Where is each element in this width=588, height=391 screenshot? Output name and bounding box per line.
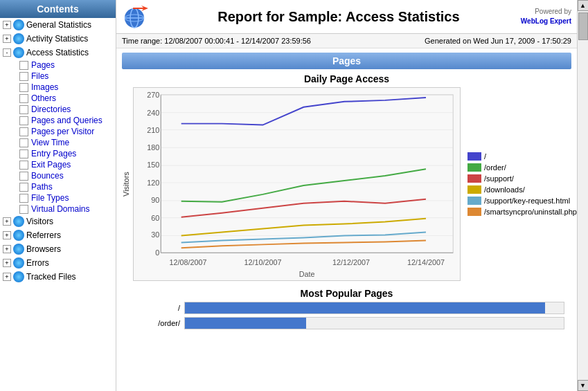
sidebar-item-entry-pages[interactable]: Entry Pages [0,148,116,159]
sidebar-item-referrers[interactable]: + Referrers [0,228,116,242]
svg-text:210: 210 [147,125,159,134]
main-content: Report for Sample: Access Statistics Pow… [116,0,577,391]
legend-color-support [467,174,481,183]
time-range-text: Time range: 12/08/2007 00:00:41 - 12/14/… [122,37,311,45]
powered-by: Powered by WebLog Expert [521,7,571,26]
expand-icon-tracked-files: + [3,273,11,281]
legend-item-root: / [467,152,571,161]
header-title: Report for Sample: Access Statistics [157,9,521,25]
powered-by-text: Powered by [521,7,571,17]
sidebar-item-pages-queries[interactable]: Pages and Queries [0,115,116,126]
svg-text:12/08/2007: 12/08/2007 [170,258,207,266]
svg-text:12/12/2007: 12/12/2007 [332,258,370,266]
page-icon-images [19,83,28,92]
legend-label-downloads: /downloads/ [484,185,525,194]
sidebar-item-access[interactable]: - Access Statistics [0,46,116,60]
legend-color-downloads [467,185,481,194]
sidebar-label-pages-per-visitor: Pages per Visitor [31,127,94,136]
svg-text:0: 0 [155,248,159,257]
sidebar-item-browsers[interactable]: + Browsers [0,242,116,256]
scrollbar-down-button[interactable]: ▼ [578,380,589,391]
scrollbar: ▲ ▼ [577,0,588,391]
svg-text:30: 30 [151,230,159,239]
bar-row-root: / [129,302,564,314]
globe-icon-general [13,19,24,30]
globe-icon-access [13,47,24,58]
bar-outer-order [184,317,564,329]
sidebar-item-pages-per-visitor[interactable]: Pages per Visitor [0,126,116,137]
page-icon-directories [19,105,28,114]
sidebar-label-directories: Directories [31,104,71,114]
chart-svg: 0 30 60 90 120 150 180 210 240 270 12/08… [134,88,460,280]
sidebar-item-file-types[interactable]: File Types [0,192,116,203]
globe-icon-visitors [13,216,24,227]
legend-color-root [467,152,481,161]
sidebar-item-virtual-domains[interactable]: Virtual Domains [0,203,116,215]
popular-pages-title: Most Popular Pages [122,288,571,299]
sidebar-item-errors[interactable]: + Errors [0,256,116,270]
sidebar-label-paths: Paths [31,182,53,192]
sidebar-label-entry-pages: Entry Pages [31,149,76,158]
expand-icon-access: - [3,48,11,57]
sidebar-label-general: General Statistics [26,20,91,30]
page-icon-exit-pages [19,161,28,170]
sidebar-label-file-types: File Types [31,193,69,203]
section-header: Pages [122,53,571,69]
time-range-bar: Time range: 12/08/2007 00:00:41 - 12/14/… [116,34,577,48]
bar-label-root: / [129,304,184,312]
sidebar-item-files[interactable]: Files [0,71,116,82]
sidebar-item-directories[interactable]: Directories [0,104,116,115]
sidebar-item-exit-pages[interactable]: Exit Pages [0,159,116,170]
sidebar-label-browsers: Browsers [26,244,61,254]
svg-rect-5 [161,95,453,253]
scrollbar-up-button[interactable]: ▲ [578,0,589,11]
page-icon-virtual-domains [19,205,28,214]
expand-icon-errors: + [3,259,11,267]
header-logo [122,3,150,30]
sidebar-label-others: Others [31,93,56,103]
sidebar-title: Contents [0,0,116,18]
sidebar-label-pages: Pages [31,60,55,70]
sidebar-item-tracked-files[interactable]: + Tracked Files [0,270,116,284]
sidebar-item-others[interactable]: Others [0,93,116,104]
sidebar-label-bounces: Bounces [31,171,64,181]
expand-icon-general: + [3,21,11,29]
sidebar-item-general[interactable]: + General Statistics [0,18,116,32]
sidebar-label-files: Files [31,71,48,81]
sidebar-item-paths[interactable]: Paths [0,181,116,192]
legend-label-key-request: /support/key-request.html [484,197,570,205]
bar-inner-order [185,318,306,329]
legend-item-downloads: /downloads/ [467,185,571,194]
sidebar-item-visitors[interactable]: + Visitors [0,215,116,228]
page-icon-pages [19,61,28,70]
sidebar-item-images[interactable]: Images [0,82,116,93]
sidebar-item-bounces[interactable]: Bounces [0,170,116,181]
bar-outer-root [184,302,564,314]
bar-inner-root [185,302,545,313]
page-icon-bounces [19,172,28,181]
page-icon-others [19,94,28,103]
scrollbar-thumb[interactable] [578,12,588,40]
bar-label-order: /order/ [129,319,184,327]
page-icon-files [19,72,28,81]
content-area: Pages Daily Page Access Visitors [116,48,577,391]
legend-label-order: /order/ [484,163,506,172]
sidebar: Contents + General Statistics + Activity… [0,0,116,391]
sidebar-label-pages-queries: Pages and Queries [31,116,103,125]
sidebar-label-visitors: Visitors [26,217,53,226]
expand-icon-activity: + [3,35,11,43]
page-icon-file-types [19,194,28,203]
legend-color-key-request [467,197,481,205]
sidebar-item-view-time[interactable]: View Time [0,137,116,148]
y-axis-label: Visitors [122,87,133,281]
svg-text:60: 60 [151,214,159,222]
daily-chart-title: Daily Page Access [122,73,571,84]
sidebar-item-pages[interactable]: Pages [0,60,116,71]
sidebar-label-activity: Activity Statistics [26,34,88,44]
svg-text:90: 90 [151,196,159,204]
svg-text:Date: Date [299,270,315,278]
sidebar-item-activity[interactable]: + Activity Statistics [0,32,116,46]
header: Report for Sample: Access Statistics Pow… [116,0,577,34]
page-icon-paths [19,183,28,192]
sidebar-label-access: Access Statistics [26,48,89,57]
